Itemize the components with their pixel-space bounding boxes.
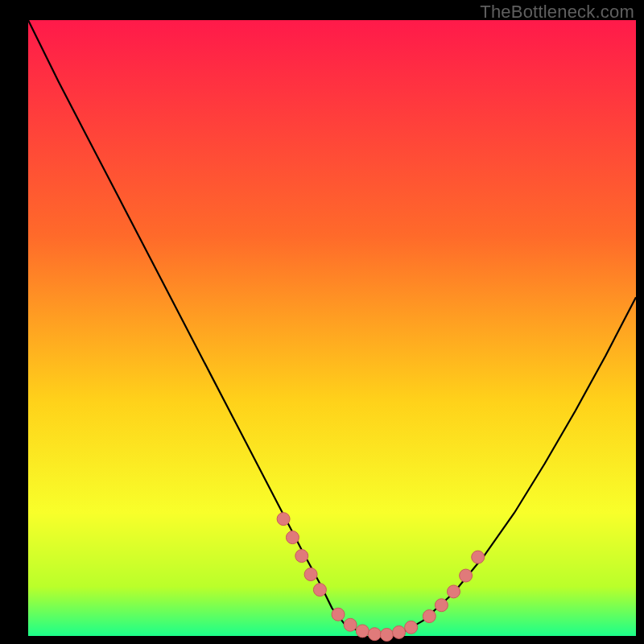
data-dot [313, 584, 326, 597]
data-dot [460, 569, 473, 582]
data-dot [448, 585, 460, 598]
data-dot [344, 618, 357, 631]
data-dot [304, 568, 317, 581]
data-dot [405, 621, 418, 634]
plot-background [28, 20, 636, 636]
data-dot [380, 628, 393, 641]
data-dot [356, 625, 369, 638]
data-dot [295, 550, 308, 563]
data-dot [332, 608, 345, 621]
chart-svg [0, 0, 644, 644]
watermark-text: TheBottleneck.com [480, 2, 634, 23]
data-dot [472, 551, 485, 564]
data-dot [286, 531, 299, 544]
chart-stage: TheBottleneck.com [0, 0, 644, 644]
data-dot [393, 625, 406, 638]
data-dot [277, 513, 290, 526]
data-dot [368, 628, 381, 641]
data-dot [435, 599, 448, 612]
data-dot [423, 610, 436, 623]
